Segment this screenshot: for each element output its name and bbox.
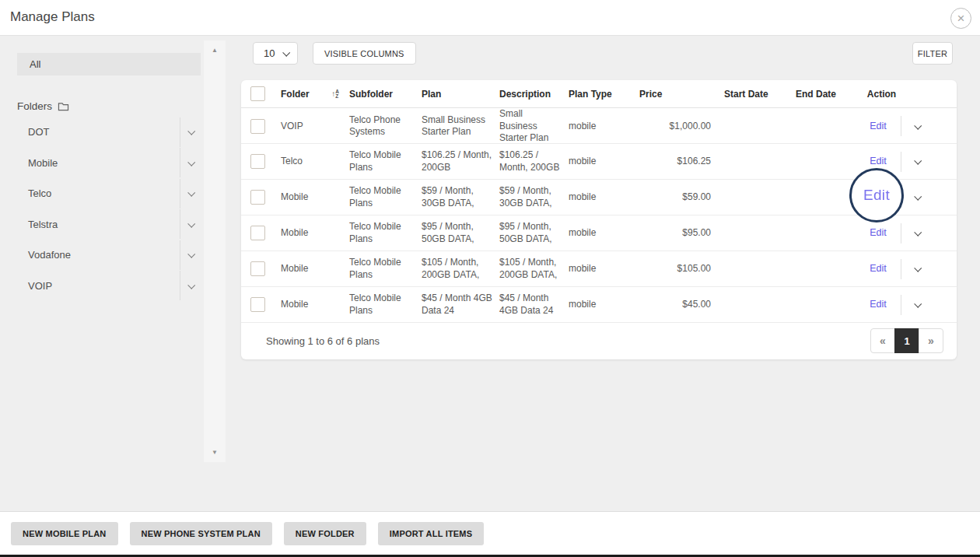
sidebar-item-vodafone[interactable]: Vodafone [17,240,201,271]
cell-price: $1,000.00 [622,121,717,133]
cell-folder: Mobile [274,299,342,311]
table-row: Telco Telco Mobile Plans $106.25 / Month… [241,144,957,180]
plans-table: Folder ↑ AZ Subfolder Plan Description P… [241,80,957,359]
close-button[interactable]: × [950,8,971,29]
edit-highlight-circle[interactable]: Edit [849,168,904,222]
row-expand-button[interactable] [915,263,920,275]
row-expand-button[interactable] [915,227,920,240]
filter-label: FILTER [918,49,947,58]
edit-link[interactable]: Edit [870,121,887,131]
edit-link[interactable]: Edit [870,263,887,274]
cell-plan-type: mobile [562,121,622,133]
import-all-items-button[interactable]: IMPORT ALL ITEMS [378,522,484,545]
cell-description: $106.25 / Month, 200GB [492,149,562,173]
double-chevron-right-icon: » [928,335,934,347]
row-expand-button[interactable] [915,299,920,311]
table-row: Mobile Telco Mobile Plans $105 / Month, … [241,251,957,287]
column-header-price[interactable]: Price [622,89,717,100]
column-header-folder-label: Folder [281,89,310,100]
scroll-up-icon[interactable]: ▲ [204,47,226,54]
sidebar-item-telstra[interactable]: Telstra [17,209,201,240]
column-header-start-date[interactable]: Start Date [717,89,789,100]
row-checkbox[interactable] [250,226,265,240]
edit-link-magnified[interactable]: Edit [863,187,890,204]
table-row: Mobile Telco Mobile Plans $95 / Month, 5… [241,215,957,251]
cell-plan: $105 / Month, 200GB DATA, [415,257,492,281]
new-folder-button[interactable]: NEW FOLDER [284,522,366,545]
divider [901,223,901,243]
row-checkbox[interactable] [250,261,265,276]
table-row: Mobile Telco Mobile Plans $45 / Month 4G… [241,287,957,323]
scroll-down-icon[interactable]: ▼ [204,449,226,456]
column-header-folder[interactable]: Folder ↑ AZ [274,89,342,100]
cell-description: $45 / Month 4GB Data 24 [492,293,562,317]
double-chevron-left-icon: « [880,335,886,347]
column-header-end-date[interactable]: End Date [789,89,856,100]
folder-item-label: DOT [17,126,180,138]
cell-folder: Mobile [274,263,342,275]
visible-columns-button[interactable]: VISIBLE COLUMNS [313,42,416,65]
cell-subfolder: Telco Mobile Plans [342,185,415,209]
page-size-select[interactable]: 10 [253,42,298,65]
row-checkbox[interactable] [250,154,265,169]
folders-heading-label: Folders [17,100,52,112]
chevron-down-icon [914,264,922,272]
pagination-next-button[interactable]: » [919,328,943,353]
sidebar-scrollbar[interactable]: ▲ ▼ [204,40,226,462]
chevron-down-icon[interactable] [187,250,195,258]
cell-subfolder: Telco Phone Systems [342,114,415,138]
folder-list: DOT Mobile Telco Telstra Vodafone VOIP [17,117,201,301]
cell-plan-type: mobile [562,156,622,168]
sort-alpha-icon[interactable]: ↑ AZ [331,89,339,99]
chevron-down-icon[interactable] [187,128,195,135]
chevron-down-icon[interactable] [187,189,195,197]
sidebar-item-mobile[interactable]: Mobile [17,148,201,179]
cell-plan: Small Business Starter Plan [415,114,492,138]
chevron-down-icon [914,229,922,236]
cell-price: $59.00 [622,191,717,204]
chevron-down-icon[interactable] [187,282,195,289]
chevron-down-icon [914,157,922,165]
edit-link[interactable]: Edit [870,156,887,166]
divider [901,295,901,315]
cell-plan-type: mobile [562,299,622,311]
cell-folder: Telco [274,156,342,168]
cell-plan: $95 / Month, 50GB DATA, [415,221,492,245]
filter-button[interactable]: FILTER [912,42,953,65]
divider [901,152,901,172]
chevron-down-icon[interactable] [187,220,195,228]
chevron-down-icon[interactable] [187,159,195,166]
column-header-subfolder[interactable]: Subfolder [342,89,415,100]
pagination-prev-button[interactable]: « [870,328,895,353]
sidebar-item-dot[interactable]: DOT [17,117,201,148]
chevron-down-icon [914,121,922,129]
folder-item-label: Mobile [17,157,180,169]
sidebar-item-all[interactable]: All [17,53,201,75]
row-checkbox[interactable] [250,119,265,134]
sidebar-item-telco[interactable]: Telco [17,178,201,209]
page-title: Manage Plans [10,9,95,25]
row-expand-button[interactable] [915,156,920,168]
pagination-page-1[interactable]: 1 [894,328,919,353]
cell-plan: $106.25 / Month, 200GB [415,149,492,173]
row-expand-button[interactable] [915,191,920,204]
column-header-plan[interactable]: Plan [415,89,492,100]
edit-link[interactable]: Edit [870,299,887,310]
row-expand-button[interactable] [915,121,920,133]
column-header-plan-type[interactable]: Plan Type [562,89,622,100]
page-size-value: 10 [264,47,275,59]
cell-plan-type: mobile [562,227,622,240]
new-phone-system-plan-button[interactable]: NEW PHONE SYSTEM PLAN [130,522,272,545]
column-header-description[interactable]: Description [492,89,562,100]
row-checkbox[interactable] [250,190,265,205]
row-checkbox[interactable] [250,297,265,312]
new-mobile-plan-button[interactable]: NEW MOBILE PLAN [11,522,118,545]
select-all-checkbox[interactable] [250,86,265,101]
sidebar-item-voip[interactable]: VOIP [17,271,201,302]
cell-price: $95.00 [622,227,717,240]
chevron-down-icon [914,300,922,308]
table-body: VOIP Telco Phone Systems Small Business … [241,108,957,323]
chevron-down-icon [914,193,922,201]
cell-subfolder: Telco Mobile Plans [342,293,415,317]
edit-link[interactable]: Edit [870,227,887,238]
